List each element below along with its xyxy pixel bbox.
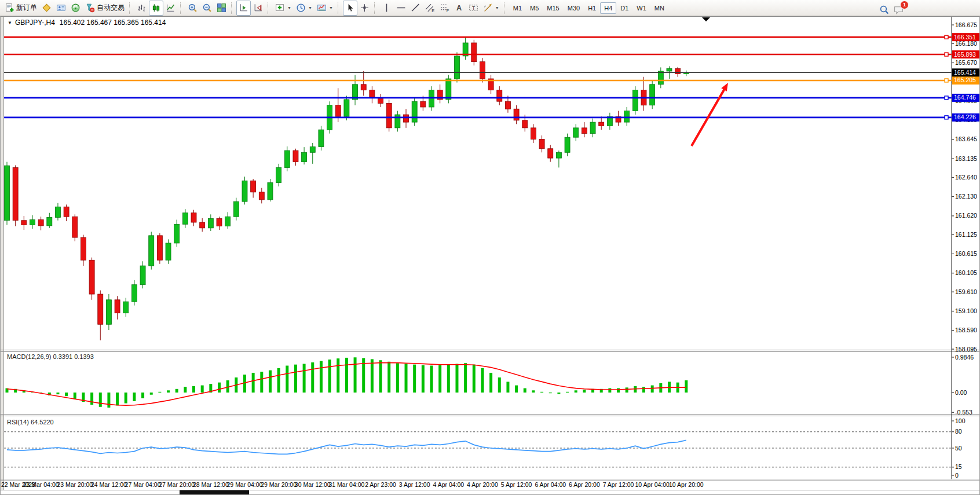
hline-handle[interactable] <box>945 116 948 119</box>
candle <box>539 139 544 148</box>
candle <box>582 128 587 134</box>
candle <box>182 213 188 225</box>
price-tick-label: 160.615 <box>955 250 977 257</box>
candle <box>242 181 247 201</box>
text-label-button[interactable]: T <box>466 1 481 16</box>
templates-button[interactable]: ▼ <box>315 1 335 16</box>
tile-windows-button[interactable] <box>214 1 229 16</box>
candle <box>454 56 459 79</box>
macd-histogram-bar <box>455 364 458 393</box>
time-label: 3 Apr 12:00 <box>399 481 430 488</box>
macd-indicator-label: MACD(12,26,9) 0.3391 0.1393 <box>7 353 94 360</box>
market-watch-button[interactable] <box>39 1 54 16</box>
crosshair-button[interactable] <box>357 1 372 16</box>
price-tick-label: 162.640 <box>955 174 977 181</box>
hline-handle[interactable] <box>945 35 948 39</box>
price-tick-label: 158.590 <box>955 327 977 333</box>
candlestick-chart-button[interactable] <box>149 1 163 16</box>
timeframe-m30-button[interactable]: M30 <box>564 2 584 14</box>
candle <box>200 222 205 228</box>
chevron-down-icon[interactable]: ▼ <box>308 6 312 10</box>
auto-trading-button[interactable]: 自动交易 <box>83 1 127 16</box>
new-order-button[interactable]: 新订单 <box>2 1 39 16</box>
hline-handle[interactable] <box>945 79 948 82</box>
candle <box>225 217 231 226</box>
time-label: 30 Mar 12:00 <box>295 481 331 488</box>
chevron-down-icon[interactable]: ▼ <box>329 6 333 10</box>
macd-histogram-bar <box>422 365 425 393</box>
chart-shift-button[interactable] <box>251 1 265 16</box>
macd-histogram-bar <box>481 368 484 393</box>
periods-button[interactable]: ▼ <box>294 1 315 16</box>
fibonacci-button[interactable]: F <box>437 1 452 16</box>
vertical-line-button[interactable] <box>379 1 394 16</box>
data-window-button[interactable] <box>54 1 68 16</box>
timeframe-mn-button[interactable]: MN <box>650 2 668 14</box>
chart-dropdown-icon[interactable]: ▼ <box>8 20 12 25</box>
toolbar-right: 1 <box>877 2 906 17</box>
navigator-button[interactable] <box>68 1 83 16</box>
macd-values: 0.3391 0.1393 <box>53 353 93 360</box>
equidistant-channel-button[interactable]: E <box>423 1 437 16</box>
time-label: 29 Mar 04:00 <box>227 481 263 488</box>
price-level-badge-text: 165.205 <box>954 76 976 83</box>
macd-histogram-bar <box>277 368 280 393</box>
macd-histogram-bar <box>320 361 323 393</box>
macd-histogram-bar <box>617 388 620 393</box>
horizontal-line-button[interactable] <box>394 1 408 16</box>
hline-handle[interactable] <box>945 96 948 100</box>
timeframe-w1-button[interactable]: W1 <box>632 2 650 14</box>
indicators-button[interactable]: ▼ <box>273 1 294 16</box>
macd-histogram-bar <box>158 392 161 393</box>
timeframe-h4-button[interactable]: H4 <box>600 2 616 14</box>
candle <box>5 166 10 221</box>
candle <box>47 218 52 226</box>
candle <box>522 120 528 128</box>
timeframe-m5-button[interactable]: M5 <box>526 2 543 14</box>
timeframe-m1-button[interactable]: M1 <box>509 2 526 14</box>
zoom-in-button[interactable] <box>185 1 200 16</box>
chart-symbol-label: GBPJPY-,H4 <box>15 19 55 27</box>
candle <box>429 90 434 107</box>
timeframe-m15-button[interactable]: M15 <box>543 2 563 14</box>
toolbar-separator <box>504 2 507 14</box>
svg-text:A: A <box>456 3 462 12</box>
candle <box>21 221 27 225</box>
arrows-tool-button[interactable]: ▼ <box>481 1 502 16</box>
time-label: 28 Mar 12:00 <box>193 481 229 488</box>
hline-handle[interactable] <box>945 53 948 56</box>
chevron-down-icon[interactable]: ▼ <box>287 6 291 10</box>
candle <box>420 101 426 107</box>
search-button[interactable] <box>877 2 891 17</box>
candle <box>624 111 630 122</box>
new-order-icon <box>5 3 14 13</box>
macd-tick-label: -0.553 <box>955 409 972 416</box>
data-window-icon <box>56 3 66 13</box>
chart-canvas[interactable]: 166.675166.180165.670165.160164.665164.1… <box>0 0 980 495</box>
timeframe-d1-button[interactable]: D1 <box>616 2 632 14</box>
candle <box>72 217 78 237</box>
time-label: 6 Apr 04:00 <box>535 481 566 488</box>
text-label-icon: T <box>469 3 478 13</box>
price-tick-label: 160.105 <box>955 269 977 276</box>
macd-histogram-bar <box>371 359 374 393</box>
chat-button[interactable]: 1 <box>891 2 906 17</box>
zoom-out-icon <box>202 3 212 13</box>
auto-scroll-button[interactable] <box>236 1 251 16</box>
timeframe-h1-button[interactable]: H1 <box>584 2 600 14</box>
candle <box>344 100 349 116</box>
chevron-down-icon[interactable]: ▼ <box>495 6 499 10</box>
macd-histogram-bar <box>65 393 68 396</box>
zoom-out-button[interactable] <box>200 1 214 16</box>
candle <box>395 115 400 128</box>
cursor-button[interactable] <box>343 1 357 16</box>
candle <box>13 167 18 220</box>
rsi-tick-label: 50 <box>955 445 962 452</box>
line-chart-button[interactable] <box>163 1 178 16</box>
text-button[interactable]: A <box>452 1 466 16</box>
notification-badge: 1 <box>900 1 909 9</box>
macd-histogram-bar <box>447 365 450 393</box>
trend-line-button[interactable] <box>408 1 423 16</box>
text-icon: A <box>454 3 464 13</box>
bar-chart-button[interactable] <box>134 1 149 16</box>
